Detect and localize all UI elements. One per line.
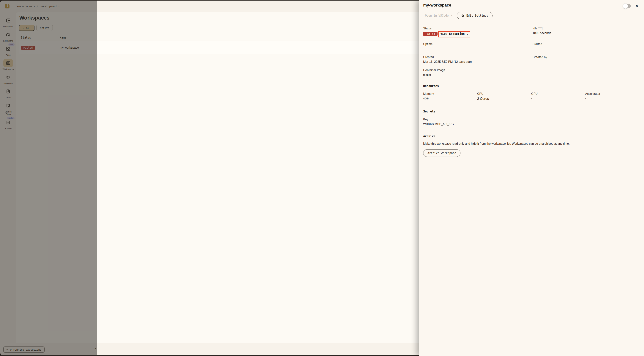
modal-dim-overlay[interactable] [0,0,97,178]
workspace-name: my-workspace [60,46,322,49]
app-window: workspaces ▾ / development ▾ Dashboard E… [0,0,322,178]
column-name: Name [60,36,322,39]
